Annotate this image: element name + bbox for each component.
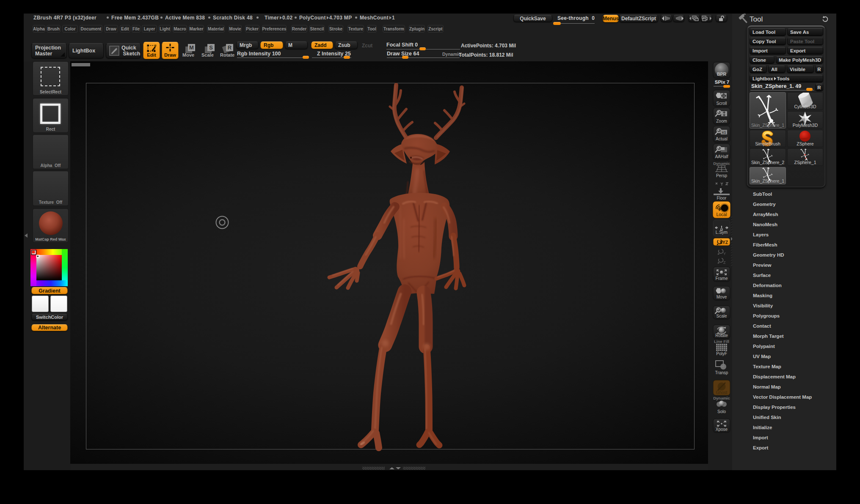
svg-text:Local: Local xyxy=(716,212,727,217)
svg-text:XYZ: XYZ xyxy=(719,240,728,245)
svg-text:BPR: BPR xyxy=(717,71,727,77)
svg-text:x1: x1 xyxy=(722,130,726,134)
svg-text:Y: Y xyxy=(723,252,726,256)
svg-text:Xpose: Xpose xyxy=(716,427,728,432)
svg-text:AAHalf: AAHalf xyxy=(715,154,728,159)
svg-text:PolyF: PolyF xyxy=(716,351,727,356)
svg-text:Frame: Frame xyxy=(716,276,728,281)
svg-text:Move: Move xyxy=(717,295,727,299)
svg-text:Dynamic: Dynamic xyxy=(713,396,730,400)
svg-text:Line Fill: Line Fill xyxy=(714,339,729,344)
svg-text:Scroll: Scroll xyxy=(716,101,727,106)
svg-text:L.Sym: L.Sym xyxy=(716,230,728,235)
svg-text:Rotate: Rotate xyxy=(715,333,728,338)
svg-text:Actual: Actual xyxy=(716,137,728,141)
svg-text:SPix 7: SPix 7 xyxy=(715,79,730,85)
svg-text:Z: Z xyxy=(723,260,726,265)
svg-text:Ghost: Ghost xyxy=(716,390,728,395)
svg-text:Transp: Transp xyxy=(715,370,728,375)
svg-text:Solo: Solo xyxy=(717,409,726,414)
svg-text:Scale: Scale xyxy=(716,314,727,318)
svg-text:Dynamic: Dynamic xyxy=(713,161,730,166)
svg-text:Persp: Persp xyxy=(716,173,728,178)
svg-text:Zoom: Zoom xyxy=(716,119,727,123)
svg-text:Floor: Floor xyxy=(717,196,727,200)
